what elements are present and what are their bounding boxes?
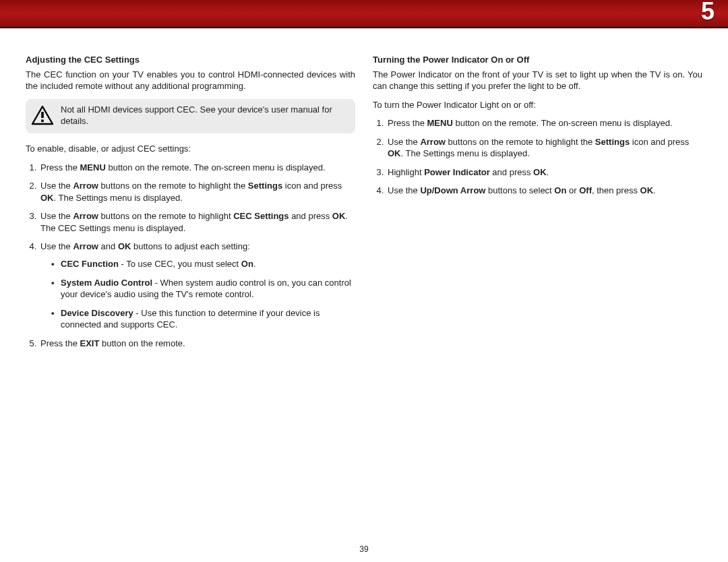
bullet-device-discovery: Device Discovery - Use this function to …	[51, 307, 355, 331]
bullet-system-audio: System Audio Control - When system audio…	[51, 277, 355, 301]
right-step-1: Press the MENU button on the remote. The…	[386, 117, 702, 129]
left-heading: Adjusting the CEC Settings	[26, 54, 355, 66]
svg-rect-1	[41, 119, 44, 122]
left-step-4: Use the Arrow and OK buttons to adjust e…	[39, 241, 355, 330]
right-step-4: Use the Up/Down Arrow buttons to select …	[386, 185, 702, 197]
cec-notice: Not all HDMI devices support CEC. See yo…	[26, 99, 355, 134]
left-intro: The CEC function on your TV enables you …	[26, 69, 355, 92]
left-lead: To enable, disable, or adjust CEC settin…	[26, 143, 355, 155]
right-step-3: Highlight Power Indicator and press OK.	[386, 166, 702, 179]
chapter-header-band: 5	[0, 0, 728, 28]
left-steps: Press the MENU button on the remote. The…	[26, 162, 355, 350]
left-step-4-bullets: CEC Function - To use CEC, you must sele…	[40, 258, 355, 331]
right-lead: To turn the Power Indicator Light on or …	[373, 99, 702, 111]
right-step-2: Use the Arrow buttons on the remote to h…	[386, 136, 702, 160]
left-step-2: Use the Arrow buttons on the remote to h…	[39, 180, 355, 204]
left-step-3: Use the Arrow buttons on the remote to h…	[39, 210, 355, 234]
cec-notice-text: Not all HDMI devices support CEC. See yo…	[61, 104, 347, 127]
left-step-1: Press the MENU button on the remote. The…	[39, 162, 355, 174]
right-intro: The Power Indicator on the front of your…	[373, 69, 702, 92]
left-column: Adjusting the CEC Settings The CEC funct…	[26, 54, 355, 356]
svg-rect-0	[41, 112, 44, 118]
bullet-cec-function: CEC Function - To use CEC, you must sele…	[51, 258, 355, 270]
page-number: 39	[0, 544, 728, 554]
warning-icon	[31, 105, 54, 129]
chapter-number: 5	[701, 0, 715, 26]
left-step-5: Press the EXIT button on the remote.	[39, 338, 355, 350]
right-heading: Turning the Power Indicator On or Off	[373, 54, 702, 66]
right-steps: Press the MENU button on the remote. The…	[373, 117, 702, 197]
page-body: Adjusting the CEC Settings The CEC funct…	[0, 28, 728, 356]
right-column: Turning the Power Indicator On or Off Th…	[373, 54, 702, 356]
